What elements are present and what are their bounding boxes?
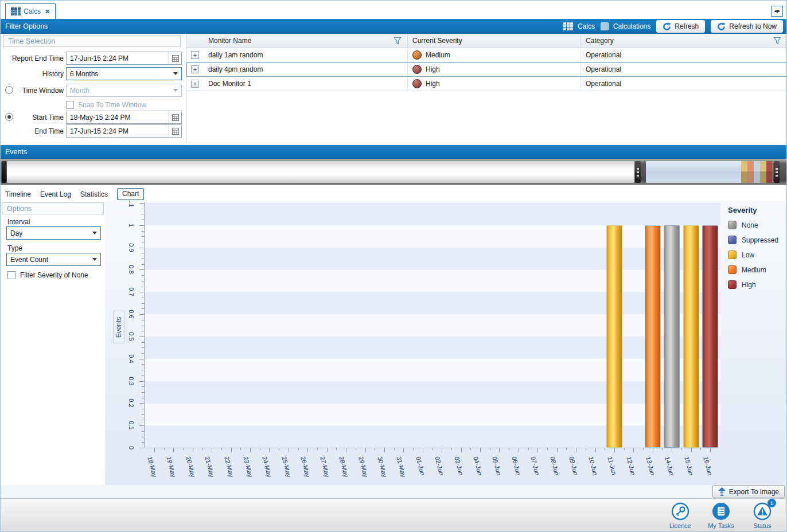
table-row[interactable]: + Doc Monitor 1 High Operational [186, 77, 787, 91]
filter-funnel-icon[interactable] [773, 37, 781, 45]
report-end-time-input[interactable] [67, 54, 169, 62]
calcs-toggle[interactable]: Calcs [563, 22, 595, 30]
chart-bar-16-Jun-high[interactable] [702, 225, 718, 448]
close-icon[interactable]: ✕ [45, 8, 50, 15]
legend-item-none[interactable]: None [728, 221, 778, 229]
events-panel-title: Events [5, 148, 27, 156]
chart-bar-11-Jun-low[interactable] [606, 225, 622, 448]
legend-item-medium[interactable]: Medium [728, 265, 778, 274]
snap-to-time-window-checkbox[interactable] [66, 101, 74, 109]
status-button[interactable]: 1 Status [744, 502, 781, 529]
x-minor-tick [413, 448, 414, 450]
column-header-monitor-name[interactable]: Monitor Name [204, 37, 407, 45]
history-dropdown[interactable]: 6 Months [66, 67, 182, 80]
report-end-time-field[interactable] [66, 52, 182, 65]
x-major-tick [269, 448, 270, 452]
end-time-input[interactable] [67, 127, 169, 135]
interval-label: Interval [7, 218, 30, 226]
y-tick-label: 0.3 [127, 375, 135, 387]
timeline-range-band [1, 159, 786, 185]
start-time-field[interactable] [66, 111, 182, 124]
y-tick-label: 0.9 [127, 242, 135, 253]
y-minor-tick [142, 275, 144, 276]
end-time-field[interactable] [66, 124, 182, 138]
y-major-tick [139, 269, 144, 270]
tab-calcs[interactable]: Calcs ✕ [5, 3, 56, 19]
table-row[interactable]: + daily 1am random Medium Operational [186, 48, 787, 62]
x-minor-tick [183, 448, 184, 450]
type-dropdown[interactable]: Event Count [6, 253, 101, 266]
y-minor-tick [142, 342, 144, 343]
x-minor-tick [451, 448, 452, 450]
status-badge: 1 [767, 499, 776, 507]
x-major-tick [365, 448, 366, 452]
my-tasks-button[interactable]: My Tasks [703, 502, 739, 529]
range-drag-handle[interactable] [635, 161, 641, 183]
y-minor-tick [142, 214, 144, 214]
interval-dropdown[interactable]: Day [6, 226, 101, 240]
category-cell: Operational [586, 65, 621, 73]
tab-overflow-button[interactable] [771, 6, 783, 17]
legend-item-suppressed[interactable]: Suppressed [728, 236, 778, 244]
timeline-overview-minimap[interactable] [646, 161, 773, 183]
tab-timeline[interactable]: Timeline [5, 190, 31, 198]
tab-event-log[interactable]: Event Log [40, 190, 71, 198]
start-time-input[interactable] [67, 114, 169, 122]
minimap-event-stripe-low [741, 161, 747, 183]
refresh-to-now-button[interactable]: Refresh to Now [711, 20, 783, 33]
filter-funnel-icon[interactable] [394, 37, 402, 45]
timeline-selected-range[interactable] [7, 161, 634, 183]
calculations-toggle[interactable]: Calculations [601, 22, 650, 30]
plot-band [144, 381, 720, 404]
x-major-tick [461, 448, 462, 452]
chart-bar-14-Jun-none[interactable] [664, 225, 680, 448]
chart-legend: Severity None Suppressed Low Medium High [728, 206, 778, 289]
severity-dot-medium [412, 50, 422, 60]
tab-chart[interactable]: Chart [117, 188, 144, 200]
x-major-tick [154, 448, 155, 452]
minimap-event-stripe-medium [747, 161, 754, 183]
y-major-tick [139, 314, 144, 315]
x-major-tick [672, 448, 672, 452]
export-arrow-icon [718, 487, 726, 496]
calendar-icon[interactable] [169, 125, 181, 137]
export-to-image-button[interactable]: Export To Image [712, 485, 785, 498]
range-drag-handle[interactable] [774, 161, 780, 183]
column-header-current-severity[interactable]: Current Severity [407, 34, 580, 48]
expand-icon[interactable]: + [191, 51, 199, 59]
table-row-selected[interactable]: + daily 4pm random High Operational [186, 62, 787, 77]
column-header-category[interactable]: Category [580, 34, 787, 48]
legend-item-high[interactable]: High [728, 280, 778, 289]
refresh-button[interactable]: Refresh [656, 20, 705, 33]
x-tick-label: 14-Jun [664, 456, 675, 476]
y-minor-tick [142, 442, 144, 443]
chart-options-panel: Options Interval Day Type Event Count Fi… [1, 201, 105, 485]
type-dropdown-value: Event Count [10, 256, 92, 264]
chart-bar-13-Jun-medium[interactable] [645, 225, 661, 448]
range-left-edge-handle[interactable] [2, 161, 6, 183]
calendar-icon[interactable] [169, 52, 181, 64]
chart-footer-row: Export To Image [1, 485, 786, 498]
chart-bar-15-Jun-low[interactable] [683, 225, 699, 448]
licence-label: Licence [669, 522, 691, 529]
x-major-tick [403, 448, 404, 452]
x-major-tick [537, 448, 538, 452]
x-tick-label: 22-May [223, 456, 235, 478]
expand-icon[interactable]: + [191, 65, 199, 73]
legend-item-low[interactable]: Low [728, 251, 778, 259]
history-label: History [1, 70, 64, 78]
licence-button[interactable]: Licence [662, 502, 699, 529]
x-minor-tick [202, 448, 203, 450]
x-major-tick [633, 448, 634, 452]
expand-icon[interactable]: + [191, 80, 199, 88]
calendar-icon[interactable] [169, 111, 181, 123]
monitor-name-header-label: Monitor Name [208, 37, 251, 45]
refresh-icon [663, 22, 671, 31]
y-minor-tick [142, 364, 144, 365]
severity-cell: High [426, 80, 440, 88]
tab-statistics[interactable]: Statistics [80, 190, 108, 198]
y-axis-title-box: Events [113, 311, 125, 343]
filter-severity-none-checkbox[interactable] [7, 271, 15, 279]
time-window-dropdown[interactable]: Month [66, 84, 182, 97]
time-selection-header-label: Time Selection [8, 37, 55, 45]
